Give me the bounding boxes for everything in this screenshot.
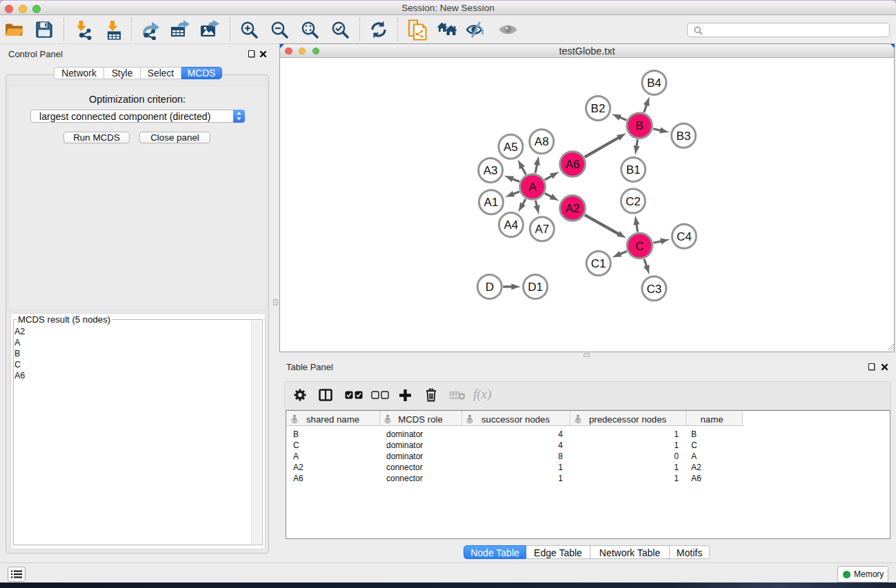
svg-text:A7: A7 — [535, 223, 549, 236]
svg-text:A2: A2 — [566, 202, 580, 215]
svg-text:A3: A3 — [484, 164, 498, 177]
svg-text:D: D — [486, 281, 494, 294]
svg-text:C: C — [635, 240, 644, 253]
svg-text:B3: B3 — [677, 130, 691, 143]
svg-text:C4: C4 — [677, 230, 692, 243]
svg-text:A4: A4 — [504, 219, 519, 232]
svg-text:C3: C3 — [646, 283, 661, 296]
svg-text:B4: B4 — [647, 77, 661, 90]
svg-text:A8: A8 — [535, 135, 549, 148]
svg-text:D1: D1 — [528, 281, 543, 294]
svg-text:A5: A5 — [504, 141, 518, 154]
svg-text:A6: A6 — [566, 158, 580, 171]
svg-text:B2: B2 — [591, 102, 606, 115]
svg-text:A1: A1 — [484, 196, 499, 209]
svg-text:C2: C2 — [626, 195, 641, 208]
svg-text:B: B — [635, 119, 643, 132]
svg-text:A: A — [528, 181, 537, 194]
svg-text:C1: C1 — [591, 257, 606, 270]
svg-text:B1: B1 — [626, 163, 641, 176]
